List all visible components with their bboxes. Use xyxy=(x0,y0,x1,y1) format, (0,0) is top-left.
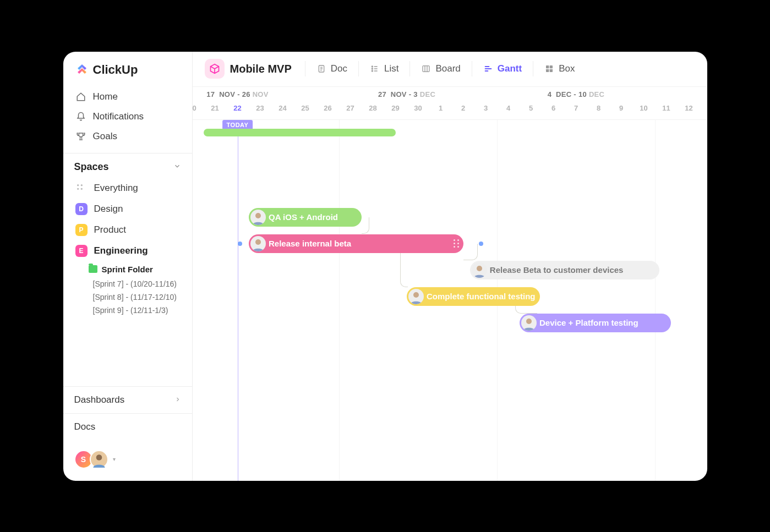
nav-goals[interactable]: Goals xyxy=(69,127,187,146)
avatar xyxy=(90,450,108,469)
day-label: 5 xyxy=(520,104,542,112)
assignee-avatar xyxy=(521,315,537,331)
space-label: Design xyxy=(94,204,123,215)
board-icon xyxy=(421,64,431,74)
nav-home-label: Home xyxy=(93,91,118,102)
spaces-list: Everything DDesignPProductEEngineering S… xyxy=(63,178,192,323)
day-label: 30 xyxy=(407,104,429,112)
day-label: 23 xyxy=(249,104,271,112)
sprint-folder[interactable]: Sprint Folder xyxy=(68,261,188,277)
divider xyxy=(358,61,359,76)
gantt-bar-summary[interactable] xyxy=(204,129,396,136)
brand-name: ClickUp xyxy=(93,63,138,77)
space-item-product[interactable]: PProduct xyxy=(68,220,188,240)
gantt-icon xyxy=(483,64,493,74)
assignee-avatar xyxy=(250,236,266,251)
day-label: 25 xyxy=(294,104,316,112)
brand[interactable]: ClickUp xyxy=(63,52,192,85)
view-tab-box[interactable]: Box xyxy=(537,59,582,79)
svg-rect-10 xyxy=(546,65,549,68)
workspace-members[interactable]: S ▾ xyxy=(63,440,192,481)
gantt-bar-release[interactable]: Release internal beta xyxy=(249,234,463,253)
gantt-bar-func[interactable]: Complete functional testing xyxy=(407,287,540,306)
app-frame: ClickUp Home Notifications Goals xyxy=(63,52,707,481)
home-icon xyxy=(75,92,86,102)
clickup-logo-icon xyxy=(75,63,89,76)
space-badge: P xyxy=(75,224,88,236)
resize-handle-icon[interactable] xyxy=(454,239,459,248)
sprint-item[interactable]: [Sprint 7] - (10/20-11/16) xyxy=(68,277,188,290)
nav-home[interactable]: Home xyxy=(69,87,187,107)
day-label: 6 xyxy=(543,104,565,112)
doc-icon xyxy=(316,64,326,74)
svg-point-0 xyxy=(77,184,79,186)
list-icon xyxy=(370,64,380,74)
timeline-body[interactable]: TODAYQA iOS + AndroidRelease internal be… xyxy=(193,120,707,481)
assignee-avatar xyxy=(250,210,266,225)
svg-rect-12 xyxy=(546,69,549,72)
space-item-engineering[interactable]: EEngineering xyxy=(68,240,188,261)
breadcrumb[interactable]: Mobile MVP xyxy=(205,59,302,79)
gantt-timeline[interactable]: 17 NOV - 26 NOV27 NOV - 3 DEC4 DEC - 10 … xyxy=(193,87,707,481)
today-tag: TODAY xyxy=(222,120,253,130)
view-tab-box-label: Box xyxy=(559,63,575,74)
svg-rect-11 xyxy=(550,65,553,68)
nav-dashboards[interactable]: Dashboards xyxy=(63,386,192,413)
milestone-dot[interactable] xyxy=(238,242,242,246)
task-label: Complete functional testing xyxy=(427,292,536,301)
nav-docs[interactable]: Docs xyxy=(63,413,192,440)
spaces-header[interactable]: Spaces xyxy=(63,153,192,178)
grid-line xyxy=(339,120,340,481)
sidebar: ClickUp Home Notifications Goals xyxy=(63,52,193,481)
day-label: 26 xyxy=(317,104,339,112)
day-label: 9 xyxy=(610,104,632,112)
divider xyxy=(305,61,305,76)
gantt-bar-device[interactable]: Device + Platform testing xyxy=(520,314,671,332)
space-badge: D xyxy=(75,203,88,215)
sprint-item[interactable]: [Sprint 8] - (11/17-12/10) xyxy=(68,290,188,304)
svg-point-6 xyxy=(372,66,373,67)
svg-point-3 xyxy=(80,188,82,189)
space-badge: E xyxy=(75,245,88,257)
day-label: 11 xyxy=(656,104,678,112)
nav-goals-label: Goals xyxy=(93,131,117,142)
day-label: 24 xyxy=(272,104,294,112)
grid-dots-icon xyxy=(75,183,88,194)
sprint-item[interactable]: [Sprint 9] - (12/11-1/3) xyxy=(68,304,188,317)
grid-line xyxy=(655,120,656,481)
assignee-avatar xyxy=(472,262,487,278)
space-everything-label: Everything xyxy=(94,183,138,194)
day-label: 20 xyxy=(193,104,204,112)
date-range-label: 27 NOV - 3 DEC xyxy=(378,90,435,98)
gantt-bar-qa[interactable]: QA iOS + Android xyxy=(249,208,362,227)
task-label: Release Beta to customer devices xyxy=(490,265,624,275)
date-range-label: 17 NOV - 26 NOV xyxy=(206,90,268,98)
day-label: 2 xyxy=(452,104,474,112)
primary-nav: Home Notifications Goals xyxy=(63,85,192,153)
nav-notifications[interactable]: Notifications xyxy=(69,107,187,127)
view-tab-board[interactable]: Board xyxy=(413,59,468,79)
view-tab-doc[interactable]: Doc xyxy=(309,59,355,79)
svg-point-7 xyxy=(372,68,373,69)
divider xyxy=(472,61,472,76)
day-label: 21 xyxy=(204,104,226,112)
day-label: 22 xyxy=(227,104,249,112)
box-icon xyxy=(544,64,554,74)
day-label: 29 xyxy=(385,104,407,112)
day-label: 27 xyxy=(340,104,362,112)
assignee-avatar xyxy=(408,289,424,304)
space-label: Product xyxy=(94,224,127,235)
milestone-dot[interactable] xyxy=(479,242,483,246)
gantt-bar-beta-ext[interactable]: Release Beta to customer devices xyxy=(470,261,659,279)
today-line xyxy=(238,120,238,481)
view-tab-list[interactable]: List xyxy=(362,59,406,79)
spaces-title: Spaces xyxy=(74,161,109,173)
space-item-design[interactable]: DDesign xyxy=(68,199,188,220)
space-everything[interactable]: Everything xyxy=(68,178,188,199)
sprint-folder-label: Sprint Folder xyxy=(102,265,153,274)
topbar: Mobile MVP Doc List Board Gantt xyxy=(193,52,707,87)
view-tab-doc-label: Doc xyxy=(331,63,347,74)
view-tab-gantt[interactable]: Gantt xyxy=(476,59,529,79)
day-label: 28 xyxy=(362,104,384,112)
cube-icon xyxy=(205,59,225,79)
